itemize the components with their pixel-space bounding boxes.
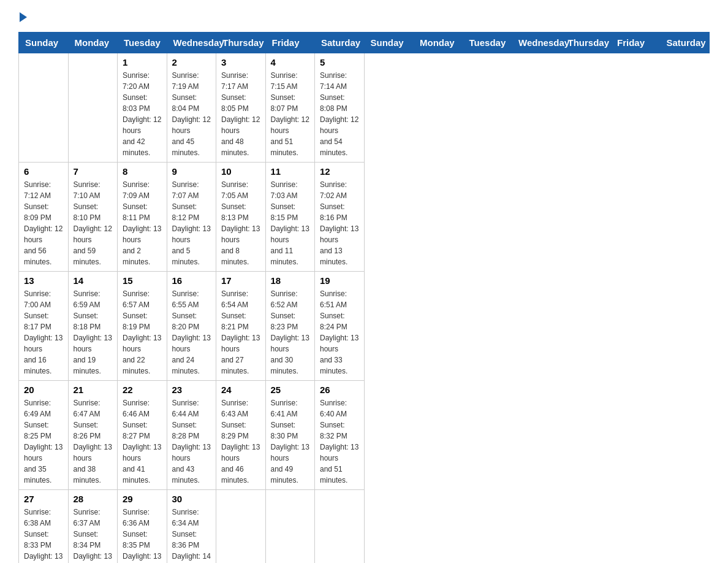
logo-arrow-icon [20,12,27,22]
calendar-cell: 27Sunrise: 6:38 AM Sunset: 8:33 PM Dayli… [19,490,69,564]
day-info: Sunrise: 6:40 AM Sunset: 8:32 PM Dayligh… [320,397,359,486]
header-friday: Friday [265,33,315,53]
header-sunday: Sunday [364,33,414,53]
calendar-cell: 24Sunrise: 6:43 AM Sunset: 8:29 PM Dayli… [216,381,266,490]
day-number: 30 [172,494,211,504]
header-sunday: Sunday [19,33,69,53]
calendar-cell: 29Sunrise: 6:36 AM Sunset: 8:35 PM Dayli… [118,490,167,564]
day-number: 6 [24,166,63,177]
day-number: 3 [221,57,260,67]
header-tuesday: Tuesday [463,33,512,53]
calendar-cell: 22Sunrise: 6:46 AM Sunset: 8:27 PM Dayli… [118,381,167,490]
day-info: Sunrise: 6:57 AM Sunset: 8:19 PM Dayligh… [123,288,162,377]
header-monday: Monday [68,33,118,53]
page-header [18,12,710,20]
calendar-cell: 26Sunrise: 6:40 AM Sunset: 8:32 PM Dayli… [315,381,365,490]
day-number: 1 [123,57,162,67]
header-thursday: Thursday [216,33,266,53]
day-info: Sunrise: 6:47 AM Sunset: 8:26 PM Dayligh… [74,397,113,486]
calendar-cell [265,490,315,564]
week-row-3: 13Sunrise: 7:00 AM Sunset: 8:17 PM Dayli… [19,272,710,381]
calendar-cell: 2Sunrise: 7:19 AM Sunset: 8:04 PM Daylig… [167,53,216,163]
day-number: 18 [271,275,310,286]
day-info: Sunrise: 6:34 AM Sunset: 8:36 PM Dayligh… [172,507,211,563]
calendar-cell: 6Sunrise: 7:12 AM Sunset: 8:09 PM Daylig… [19,163,69,272]
day-number: 17 [221,275,260,286]
day-number: 10 [221,166,260,177]
day-info: Sunrise: 6:46 AM Sunset: 8:27 PM Dayligh… [123,397,162,486]
calendar-cell: 12Sunrise: 7:02 AM Sunset: 8:16 PM Dayli… [315,163,365,272]
day-number: 15 [123,275,162,286]
calendar-cell: 11Sunrise: 7:03 AM Sunset: 8:15 PM Dayli… [265,163,315,272]
calendar-table: SundayMondayTuesdayWednesdayThursdayFrid… [18,32,710,563]
day-number: 12 [320,166,359,177]
day-number: 26 [320,385,359,395]
calendar-cell: 7Sunrise: 7:10 AM Sunset: 8:10 PM Daylig… [68,163,118,272]
day-info: Sunrise: 6:49 AM Sunset: 8:25 PM Dayligh… [24,397,63,486]
day-info: Sunrise: 7:12 AM Sunset: 8:09 PM Dayligh… [24,179,63,267]
header-saturday: Saturday [660,33,710,53]
day-number: 19 [320,275,359,286]
day-number: 29 [123,494,162,504]
day-info: Sunrise: 6:38 AM Sunset: 8:33 PM Dayligh… [24,507,63,563]
day-number: 2 [172,57,211,67]
day-info: Sunrise: 7:00 AM Sunset: 8:17 PM Dayligh… [24,288,63,377]
calendar-cell: 8Sunrise: 7:09 AM Sunset: 8:11 PM Daylig… [118,163,167,272]
day-number: 28 [74,494,113,504]
calendar-cell: 15Sunrise: 6:57 AM Sunset: 8:19 PM Dayli… [118,272,167,381]
calendar-cell: 13Sunrise: 7:00 AM Sunset: 8:17 PM Dayli… [19,272,69,381]
header-tuesday: Tuesday [118,33,167,53]
day-info: Sunrise: 7:20 AM Sunset: 8:03 PM Dayligh… [123,70,162,158]
day-number: 7 [74,166,113,177]
week-row-1: 1Sunrise: 7:20 AM Sunset: 8:03 PM Daylig… [19,53,710,163]
header-friday: Friday [611,33,661,53]
day-info: Sunrise: 7:10 AM Sunset: 8:10 PM Dayligh… [74,179,113,267]
calendar-cell: 23Sunrise: 6:44 AM Sunset: 8:28 PM Dayli… [167,381,216,490]
day-number: 24 [221,385,260,395]
day-number: 27 [24,494,63,504]
calendar-cell [19,53,69,163]
calendar-cell: 5Sunrise: 7:14 AM Sunset: 8:08 PM Daylig… [315,53,365,163]
day-info: Sunrise: 6:43 AM Sunset: 8:29 PM Dayligh… [221,397,260,486]
day-info: Sunrise: 6:52 AM Sunset: 8:23 PM Dayligh… [271,288,310,377]
calendar-cell: 17Sunrise: 6:54 AM Sunset: 8:21 PM Dayli… [216,272,266,381]
day-number: 8 [123,166,162,177]
calendar-header-row: SundayMondayTuesdayWednesdayThursdayFrid… [19,33,710,53]
calendar-cell: 16Sunrise: 6:55 AM Sunset: 8:20 PM Dayli… [167,272,216,381]
day-number: 21 [74,385,113,395]
calendar-cell [216,490,266,564]
day-info: Sunrise: 6:44 AM Sunset: 8:28 PM Dayligh… [172,397,211,486]
day-info: Sunrise: 6:37 AM Sunset: 8:34 PM Dayligh… [74,507,113,563]
calendar-cell: 30Sunrise: 6:34 AM Sunset: 8:36 PM Dayli… [167,490,216,564]
header-saturday: Saturday [315,33,365,53]
day-info: Sunrise: 7:03 AM Sunset: 8:15 PM Dayligh… [271,179,310,267]
calendar-cell: 14Sunrise: 6:59 AM Sunset: 8:18 PM Dayli… [68,272,118,381]
day-info: Sunrise: 6:59 AM Sunset: 8:18 PM Dayligh… [74,288,113,377]
day-info: Sunrise: 6:51 AM Sunset: 8:24 PM Dayligh… [320,288,359,377]
day-info: Sunrise: 7:17 AM Sunset: 8:05 PM Dayligh… [221,70,260,158]
logo [18,12,28,20]
day-info: Sunrise: 6:36 AM Sunset: 8:35 PM Dayligh… [123,507,162,563]
calendar-cell: 21Sunrise: 6:47 AM Sunset: 8:26 PM Dayli… [68,381,118,490]
calendar-cell: 10Sunrise: 7:05 AM Sunset: 8:13 PM Dayli… [216,163,266,272]
calendar-cell: 9Sunrise: 7:07 AM Sunset: 8:12 PM Daylig… [167,163,216,272]
calendar-cell [68,53,118,163]
day-info: Sunrise: 6:55 AM Sunset: 8:20 PM Dayligh… [172,288,211,377]
day-number: 25 [271,385,310,395]
header-thursday: Thursday [561,33,611,53]
day-number: 11 [271,166,310,177]
week-row-5: 27Sunrise: 6:38 AM Sunset: 8:33 PM Dayli… [19,490,710,564]
calendar-cell [315,490,365,564]
day-number: 23 [172,385,211,395]
header-wednesday: Wednesday [512,33,562,53]
day-info: Sunrise: 7:02 AM Sunset: 8:16 PM Dayligh… [320,179,359,267]
calendar-cell: 3Sunrise: 7:17 AM Sunset: 8:05 PM Daylig… [216,53,266,163]
day-info: Sunrise: 6:41 AM Sunset: 8:30 PM Dayligh… [271,397,310,486]
day-info: Sunrise: 7:05 AM Sunset: 8:13 PM Dayligh… [221,179,260,267]
day-number: 4 [271,57,310,67]
week-row-2: 6Sunrise: 7:12 AM Sunset: 8:09 PM Daylig… [19,163,710,272]
day-number: 5 [320,57,359,67]
week-row-4: 20Sunrise: 6:49 AM Sunset: 8:25 PM Dayli… [19,381,710,490]
header-wednesday: Wednesday [167,33,216,53]
day-info: Sunrise: 7:15 AM Sunset: 8:07 PM Dayligh… [271,70,310,158]
